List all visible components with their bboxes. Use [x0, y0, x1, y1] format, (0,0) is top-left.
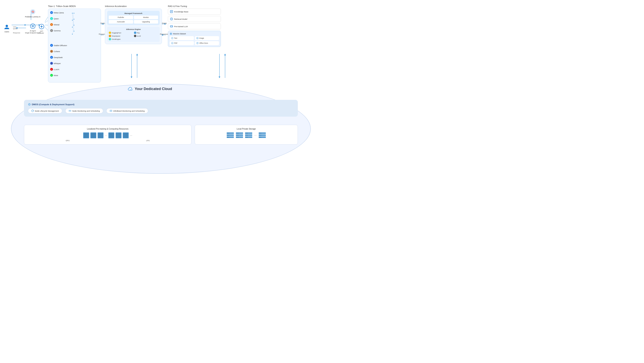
gpt-router-icon: [39, 24, 44, 29]
node-monitoring-icon: [69, 110, 71, 112]
text-doc-icon: [171, 37, 173, 39]
more-label: More: [54, 74, 58, 76]
mixtral-icon: X: [50, 23, 53, 26]
svg-point-50: [171, 18, 172, 19]
dataset-pdf: PDF PDF: [170, 41, 194, 45]
framework-cell-upgrading: Upgrading: [134, 20, 158, 23]
model-llava: L LLaVA: [50, 68, 76, 71]
podwide-icon: 🧠: [30, 9, 36, 14]
storage-units: ···: [198, 132, 294, 138]
model-meta-llama: M Meta-Llama: [50, 11, 71, 14]
inference-box: Managed Framework PodInfer Monitor Autos…: [105, 8, 162, 44]
infiniband-icon: [110, 110, 112, 112]
svg-rect-73: [110, 110, 112, 112]
svg-point-24: [41, 26, 42, 27]
storage-unit-4: [259, 132, 266, 138]
whisper-icon: W: [50, 62, 53, 65]
model-gemma: G Gemma: [50, 29, 71, 32]
svg-text:🧠: 🧠: [31, 10, 34, 13]
ai-agent-block: ⚙ AI AgentSingle Endpoint Agent: [25, 23, 41, 34]
lifecycle-icon: [32, 110, 34, 112]
cloud-icon: [128, 87, 133, 91]
dmos-box: D DMOS (Compute & Deployment Support) No…: [24, 100, 298, 117]
svg-point-40: [72, 34, 73, 34]
pdf-icon: PDF: [171, 42, 173, 44]
users-icon: [4, 24, 10, 29]
framework-cell-podinfer: PodInfer: [109, 15, 133, 19]
dmos-btn-node-monitoring[interactable]: Node Monitoring and Scheduling: [65, 108, 103, 113]
ai-agent-icon: ⚙: [30, 23, 36, 29]
retrieval-model-item: Retrieval Model: [168, 16, 221, 22]
pretrained-llm-label: Pre-trained LLM: [174, 25, 188, 27]
rag-title: RAG & Fine-Tuning: [168, 5, 221, 7]
stable-diffusion-icon: ✦: [50, 44, 53, 47]
titan-box: M Meta-Llama Q Qwen X Mixtral G Gemma: [48, 8, 101, 82]
query-label-2: Query: [162, 22, 167, 24]
svg-rect-54: [172, 37, 173, 39]
omniengine-icon: [109, 38, 111, 40]
model-stable-diffusion: ✦ Stable Diffusion: [50, 44, 76, 47]
dataset-text: Text: [170, 36, 194, 40]
engine-ray: Ray: [134, 31, 158, 34]
computing-resources-box: Localized Pre-training & Computing Resou…: [24, 125, 192, 145]
engine-box: Inference Engine HuggingFace Ray DeepSpe…: [107, 27, 160, 42]
dmos-btn-lifecycle[interactable]: Node Lifecycle Management: [28, 108, 62, 113]
podwide-block: 🧠 Podwide Lumina AI: [25, 9, 40, 18]
knowledge-base-item: Knowledge Base: [168, 8, 221, 14]
model-mixtral: X Mixtral: [50, 23, 71, 26]
storage-title: Local Private Storage: [198, 128, 294, 130]
engine-deepspeed: DeepSpeed: [109, 35, 133, 37]
dataset-office-docs: Office Docs: [195, 41, 219, 45]
deepspeed-icon: [109, 35, 111, 37]
dataset-icon: [170, 32, 172, 35]
cloud-title: Your Dedicated Cloud: [135, 87, 172, 91]
knowledge-base-icon: [170, 10, 173, 13]
framework-cell-monitor: Monitor: [134, 15, 158, 19]
gpt-router-label: GPT Router: [39, 30, 44, 34]
storage-box: Local Private Storage: [195, 125, 298, 145]
svg-line-31: [72, 20, 74, 25]
framework-grid: PodInfer Monitor Autoscaler Upgrading: [109, 15, 158, 23]
users-label: Users: [4, 31, 10, 33]
gpu-chip-3: [98, 132, 104, 138]
svg-point-42: [74, 19, 74, 19]
cohere-icon: ≡: [50, 50, 53, 53]
dataset-grid: Text Image PDF PDF: [170, 36, 219, 45]
deepseek-label: DeepSeek: [54, 56, 62, 58]
model-more: + More: [50, 74, 76, 77]
model-whisper: W Whisper: [50, 62, 76, 65]
svg-point-41: [74, 13, 74, 13]
pretrained-llm-icon: LLM: [170, 25, 173, 28]
cohere-label: Cohere: [54, 50, 60, 52]
massive-dataset-title: Massive dataset: [170, 32, 219, 35]
user-query-label: User Query: [13, 26, 18, 29]
framework-title: Managed Framework: [109, 12, 158, 14]
svg-point-17: [6, 25, 8, 27]
response-label-left: Response: [13, 32, 20, 34]
llava-icon: L: [50, 68, 53, 71]
svg-line-72: [70, 111, 70, 111]
svg-point-65: [130, 89, 131, 90]
dmos-btn-infiniband[interactable]: InfiniBand Monitoring and Scheduling: [106, 108, 148, 113]
model-cohere: ≡ Cohere: [50, 50, 76, 53]
engine-vllm: vLLM: [134, 35, 158, 37]
dmos-buttons: Node Lifecycle Management Node Monitorin…: [28, 108, 294, 113]
qwen-icon: Q: [50, 17, 53, 20]
image-icon: [196, 37, 198, 39]
titan-left-models: M Meta-Llama Q Qwen X Mixtral G Gemma: [50, 11, 71, 35]
svg-rect-53: [170, 33, 172, 35]
svg-line-28: [72, 13, 74, 31]
gemma-label: Gemma: [54, 29, 60, 32]
lpu-chip-1: [108, 132, 114, 138]
svg-point-58: [197, 38, 198, 38]
resource-boxes: Localized Pre-training & Computing Resou…: [24, 125, 298, 145]
stable-diffusion-label: Stable Diffusion: [54, 44, 67, 46]
svg-point-43: [74, 25, 74, 25]
dataset-image: Image: [195, 36, 219, 40]
gpu-label: GPU: [66, 140, 70, 142]
deepseek-icon: D: [50, 56, 53, 59]
svg-line-35: [72, 25, 74, 34]
framework-cell-autoscaler: Autoscaler: [109, 20, 133, 23]
svg-point-37: [72, 13, 73, 13]
gpt-router-block: GPT Router: [39, 24, 44, 34]
